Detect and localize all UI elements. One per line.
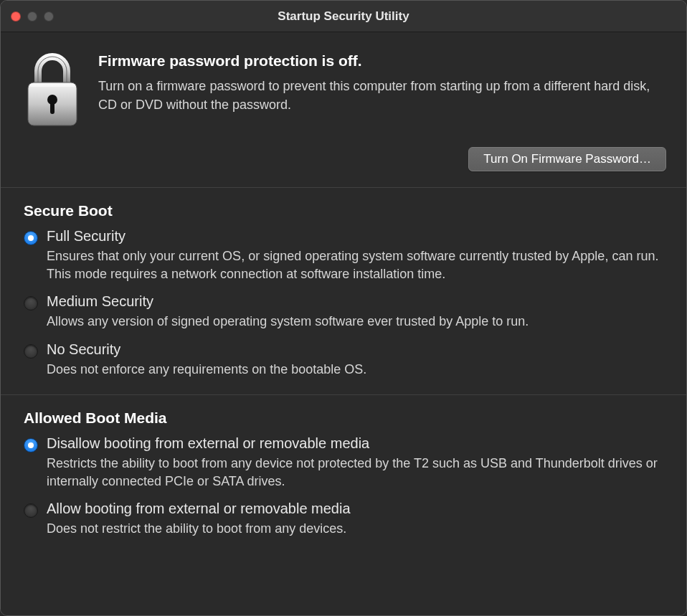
- lock-icon: [21, 49, 84, 130]
- secure-boot-option-medium[interactable]: Medium Security Allows any version of si…: [24, 293, 663, 331]
- window-title: Startup Security Utility: [1, 9, 686, 24]
- firmware-button-row: Turn On Firmware Password…: [21, 147, 666, 171]
- close-button[interactable]: [11, 11, 21, 22]
- radio-label: Allow booting from external or removable…: [47, 501, 663, 517]
- zoom-button[interactable]: [44, 11, 54, 22]
- radio-description: Does not restrict the ability to boot fr…: [47, 520, 663, 538]
- traffic-lights: [1, 11, 54, 22]
- content: Firmware password protection is off. Tur…: [1, 32, 686, 615]
- allowed-boot-media-section: Allowed Boot Media Disallow booting from…: [1, 395, 686, 554]
- radio-body: Allow booting from external or removable…: [47, 501, 663, 538]
- radio-description: Ensures that only your current OS, or si…: [47, 247, 663, 283]
- radio-disallow-external[interactable]: [24, 438, 38, 452]
- radio-body: Full Security Ensures that only your cur…: [47, 228, 663, 283]
- radio-allow-external[interactable]: [24, 503, 38, 518]
- minimize-button[interactable]: [27, 11, 37, 22]
- radio-medium-security[interactable]: [24, 296, 38, 311]
- radio-description: Allows any version of signed operating s…: [47, 313, 663, 331]
- radio-description: Restricts the ability to boot from any d…: [47, 455, 663, 491]
- radio-description: Does not enforce any requirements on the…: [47, 361, 663, 379]
- firmware-row: Firmware password protection is off. Tur…: [21, 49, 666, 130]
- firmware-heading: Firmware password protection is off.: [98, 52, 666, 70]
- radio-body: Medium Security Allows any version of si…: [47, 293, 663, 331]
- svg-rect-1: [29, 84, 75, 87]
- window: Startup Security Utility: [0, 0, 687, 616]
- firmware-text: Firmware password protection is off. Tur…: [98, 49, 666, 114]
- radio-body: No Security Does not enforce any require…: [47, 341, 663, 379]
- boot-media-option-allow[interactable]: Allow booting from external or removable…: [24, 501, 663, 538]
- radio-no-security[interactable]: [24, 344, 38, 359]
- radio-body: Disallow booting from external or remova…: [47, 435, 663, 491]
- titlebar: Startup Security Utility: [1, 1, 686, 32]
- firmware-section: Firmware password protection is off. Tur…: [1, 32, 686, 188]
- secure-boot-option-none[interactable]: No Security Does not enforce any require…: [24, 341, 663, 379]
- svg-rect-3: [50, 101, 55, 114]
- radio-label: No Security: [47, 341, 663, 358]
- allowed-boot-media-heading: Allowed Boot Media: [24, 409, 663, 427]
- secure-boot-section: Secure Boot Full Security Ensures that o…: [1, 188, 686, 395]
- radio-label: Full Security: [47, 228, 663, 245]
- boot-media-option-disallow[interactable]: Disallow booting from external or remova…: [24, 435, 663, 491]
- radio-full-security[interactable]: [24, 231, 38, 245]
- secure-boot-option-full[interactable]: Full Security Ensures that only your cur…: [24, 228, 663, 283]
- firmware-description: Turn on a firmware password to prevent t…: [98, 77, 666, 114]
- radio-label: Medium Security: [47, 293, 663, 310]
- secure-boot-heading: Secure Boot: [24, 202, 663, 219]
- radio-label: Disallow booting from external or remova…: [47, 435, 663, 452]
- turn-on-firmware-password-button[interactable]: Turn On Firmware Password…: [468, 147, 666, 171]
